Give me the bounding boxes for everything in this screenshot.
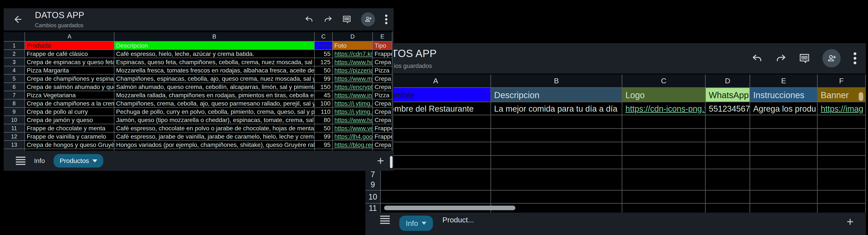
row-number[interactable]: 10 — [365, 191, 381, 204]
redo-icon[interactable] — [323, 15, 333, 24]
cell-D11[interactable] — [706, 204, 750, 213]
vertical-scrollbar[interactable] — [390, 156, 393, 168]
cell-A4[interactable] — [381, 129, 491, 142]
cell-E4[interactable]: Pizza — [373, 67, 392, 75]
row-number[interactable]: 6 — [4, 83, 25, 91]
cell-A7[interactable]: Pizza Vegetariana — [25, 91, 114, 100]
comment-icon[interactable] — [342, 15, 351, 24]
cell-D6[interactable]: https://encrypted — [333, 83, 373, 91]
row-number[interactable]: 9 — [4, 108, 25, 116]
cell-D10[interactable] — [706, 191, 750, 204]
tab-info[interactable]: Info — [34, 157, 45, 164]
cell-E8[interactable]: Crepa — [373, 100, 392, 108]
column-letter-B[interactable]: B — [491, 74, 622, 88]
row-number[interactable]: 11 — [4, 124, 25, 132]
kebab-menu-icon[interactable] — [853, 52, 857, 65]
cell-E3[interactable] — [750, 115, 818, 129]
header-cell-descripcion[interactable]: Descripcion — [491, 88, 622, 102]
column-letter-A[interactable]: A — [25, 32, 114, 42]
row-number[interactable]: 5 — [4, 75, 25, 83]
cell-C6[interactable] — [622, 156, 706, 169]
cell-D5[interactable]: https://www.mari — [333, 75, 373, 83]
cell-E9[interactable]: Crepa — [373, 108, 392, 116]
header-cell-precio[interactable]: Precio — [315, 42, 333, 50]
cell-C4[interactable] — [622, 129, 706, 142]
header-cell-tipo[interactable]: Tipo — [373, 42, 392, 50]
cell-A5[interactable] — [381, 142, 491, 156]
cell-B6[interactable] — [491, 156, 622, 169]
cell-A6[interactable] — [381, 156, 491, 169]
cell-F4[interactable] — [818, 129, 866, 142]
cell-A12[interactable]: Frappe de vainilla y caramelo — [25, 132, 114, 141]
cell-B10[interactable]: Jamón, queso (tipo mozzarella o cheddar)… — [114, 116, 315, 124]
cell-F7[interactable] — [818, 169, 866, 191]
row-number[interactable]: 79 — [365, 169, 381, 191]
header-cell-foto[interactable]: Foto — [333, 42, 373, 50]
add-sheet-button[interactable]: + — [846, 216, 854, 228]
cell-E2[interactable]: Agrega los produ — [750, 102, 818, 115]
cell-E13[interactable]: Crepa — [373, 141, 392, 149]
cell-E7[interactable] — [750, 169, 818, 191]
cell-C2[interactable]: 55 — [315, 50, 333, 58]
cell-A6[interactable]: Crepa de salmón ahumado y queso — [25, 83, 114, 91]
cell-D4[interactable]: https://pizzeriacia — [333, 67, 373, 75]
cell-C12[interactable]: 99 — [315, 132, 333, 141]
cell-A2[interactable]: Nombre del Restaurante — [381, 102, 491, 115]
cell-A8[interactable]: Crepa de champiñones a la crema — [25, 100, 114, 108]
cell-D10[interactable]: https://www.hola — [333, 116, 373, 124]
cell-C9[interactable]: 110 — [315, 108, 333, 116]
header-cell-descripcion[interactable]: Descripcion — [114, 42, 315, 50]
row-number[interactable]: 13 — [4, 141, 25, 149]
row-number[interactable]: 8 — [4, 100, 25, 108]
cell-B10[interactable] — [491, 191, 622, 204]
undo-icon[interactable] — [305, 15, 314, 24]
cell-F2[interactable]: https://imag — [818, 102, 866, 115]
cell-B3[interactable] — [491, 115, 622, 129]
cell-A5[interactable]: Crepa de champiñones y espinacas — [25, 75, 114, 83]
column-letter-A[interactable]: A — [381, 74, 491, 88]
header-cell-instrucciones[interactable]: Instrucciones — [750, 88, 818, 102]
cell-A10[interactable] — [381, 191, 491, 204]
cell-E6[interactable] — [750, 156, 818, 169]
cell-D6[interactable] — [706, 156, 750, 169]
cell-B6[interactable]: Salmón ahumado, queso crema, cebollín, a… — [114, 83, 315, 91]
column-letter-D[interactable]: D — [706, 74, 750, 88]
cell-D3[interactable] — [706, 115, 750, 129]
row-number[interactable]: 7 — [4, 91, 25, 100]
cell-C10[interactable] — [622, 191, 706, 204]
cell-E6[interactable]: Crepa — [373, 83, 392, 91]
header-cell-whatsapp[interactable]: WhatsApp — [706, 88, 750, 102]
cell-D5[interactable] — [706, 142, 750, 156]
cell-D12[interactable]: https://lh4.google — [333, 132, 373, 141]
cell-A2[interactable]: Frappe de café clásico — [25, 50, 114, 58]
cell-E11[interactable] — [750, 204, 818, 213]
horizontal-scrollbar[interactable] — [384, 206, 516, 210]
row-number[interactable]: 11 — [365, 204, 381, 213]
cell-D4[interactable] — [706, 129, 750, 142]
cell-E12[interactable]: Frappe — [373, 132, 392, 141]
column-letter-D[interactable]: D — [333, 32, 373, 42]
person-add-icon[interactable] — [361, 12, 375, 26]
cell-A13[interactable]: Crepa de hongos y queso Gruyère — [25, 141, 114, 149]
cell-D13[interactable]: https://blog.renav — [333, 141, 373, 149]
cell-E4[interactable] — [750, 129, 818, 142]
cell-E2[interactable]: Frappe — [373, 50, 392, 58]
cell-C2[interactable]: https://cdn-icons-png.f — [622, 102, 706, 115]
cell-C7[interactable] — [622, 169, 706, 191]
header-cell-producto[interactable]: Producto — [25, 42, 114, 50]
column-letter-C[interactable]: C — [622, 74, 706, 88]
cell-F11[interactable] — [818, 204, 866, 213]
row-number[interactable]: 2 — [4, 50, 25, 58]
cell-B2[interactable]: La mejor comida para tu día a día — [491, 102, 622, 115]
tab-productos-truncated[interactable]: Product... — [442, 216, 474, 224]
sheet-list-icon[interactable] — [380, 216, 390, 224]
cell-C11[interactable] — [622, 204, 706, 213]
cell-A4[interactable]: Pizza Margarita — [25, 67, 114, 75]
cell-B2[interactable]: Café espresso, hielo, leche, azúcar y cr… — [114, 50, 315, 58]
cell-D8[interactable]: https://i.ytimg.co — [333, 100, 373, 108]
add-sheet-button[interactable]: + — [377, 155, 384, 167]
cell-A9[interactable]: Crepa de pollo al curry — [25, 108, 114, 116]
vertical-scrollbar[interactable] — [859, 92, 863, 101]
redo-icon[interactable] — [775, 53, 786, 64]
column-letter-B[interactable]: B — [114, 32, 315, 42]
